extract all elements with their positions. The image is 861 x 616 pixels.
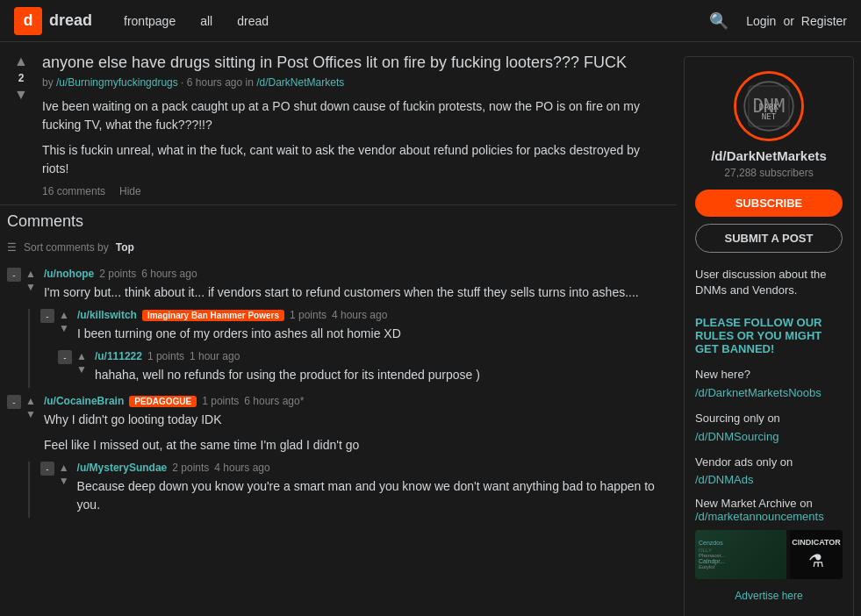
header: d dread frontpage all dread 🔍 Login or R… <box>0 0 861 42</box>
comment-upvote[interactable]: ▲ <box>58 309 70 321</box>
comment: - ▲ ▼ /u/CocaineBrain PEDAGOGUE 1 points… <box>7 395 670 518</box>
login-link[interactable]: Login <box>746 14 776 28</box>
comment-downvote[interactable]: ▼ <box>58 322 70 334</box>
comment-header: /u/killswitch Imaginary Ban Hammer Power… <box>77 309 401 321</box>
sort-bar: ☰ Sort comments by Top <box>7 241 670 254</box>
comment-text-1: Why I didn't go looting today IDK <box>44 411 359 429</box>
nav-dread[interactable]: dread <box>226 9 279 33</box>
svg-text:NET: NET <box>762 111 777 121</box>
sourcing-link[interactable]: /d/DNMSourcing <box>695 430 778 443</box>
comment-author[interactable]: /u/nohope <box>44 268 94 280</box>
collapse-button[interactable]: - <box>7 268 21 282</box>
comment-points: 1 points <box>290 309 326 321</box>
comments-section: Comments ☰ Sort comments by Top - ▲ ▼ <box>0 205 677 518</box>
post-subreddit-link[interactable]: /d/DarkNetMarkets <box>256 76 344 89</box>
post-actions: 16 comments Hide <box>42 185 670 197</box>
logo-area[interactable]: d dread <box>14 7 92 35</box>
scrollable-main[interactable]: ▲ 2 ▼ anyone else have drugs sitting in … <box>0 42 677 525</box>
comment-downvote[interactable]: ▼ <box>25 281 37 293</box>
comment-upvote[interactable]: ▲ <box>58 462 70 474</box>
post-body-text-1: Ive been waiting on a pack caught up at … <box>42 97 670 134</box>
auth-or: or <box>783 14 793 28</box>
comment-vote-col: ▲ ▼ <box>75 350 88 376</box>
submit-post-button[interactable]: SUBMIT A POST <box>695 224 843 253</box>
cindicator-brand: CINDICATOR <box>792 538 841 547</box>
rules-link[interactable]: PLEASE FOLLOW OUR RULES OR YOU MIGHT GET… <box>685 309 853 362</box>
logo-text: dread <box>49 11 92 30</box>
comment-time: 6 hours ago <box>141 268 197 280</box>
collapse-button[interactable]: - <box>40 309 54 323</box>
sourcing-label: Sourcing only on <box>695 412 780 425</box>
sidebar-archive: New Market Archive on /d/marketannouncem… <box>685 493 853 530</box>
comment-upvote[interactable]: ▲ <box>75 350 88 362</box>
comment-downvote[interactable]: ▼ <box>75 363 88 376</box>
community-subscribers: 27,288 subscribers <box>685 167 853 179</box>
comments-link[interactable]: 16 comments <box>42 185 105 197</box>
nav-links: frontpage all dread <box>113 9 279 33</box>
downvote-button[interactable]: ▼ <box>12 86 30 104</box>
comment-downvote[interactable]: ▼ <box>25 408 37 420</box>
collapse-button[interactable]: - <box>58 350 72 364</box>
cindicator-banner[interactable]: Cenzdos OLLY Phenacet... Calndpr... Euty… <box>695 530 843 579</box>
comment-points: 2 points <box>99 268 136 280</box>
sidebar-link-ads: Vendor ads only on /d/DNMAds <box>685 450 853 494</box>
advertise-link[interactable]: Advertise here <box>685 586 853 612</box>
comment-text: Because deep down you know you're a smar… <box>77 477 670 514</box>
comment-author[interactable]: /u/killswitch <box>77 309 137 321</box>
noobs-link[interactable]: /d/DarknetMarketsNoobs <box>695 386 822 399</box>
ads-link[interactable]: /d/DNMAds <box>695 473 753 486</box>
post-body-text-2: This is fuckin unreal, what in the fuck,… <box>42 141 670 178</box>
comment-text: I been turning one of my orders into ash… <box>77 325 401 343</box>
community-card: DNM DARK NET /d/DarkNetMarkets 27,288 su… <box>684 56 854 616</box>
comment-time: 4 hours ago <box>332 309 387 321</box>
sidebar-link-sourcing: Sourcing only on /d/DNMSourcing <box>685 406 853 450</box>
cindicator-logo: CINDICATOR ⚗ <box>790 530 843 579</box>
comment-author[interactable]: /u/111222 <box>95 350 142 362</box>
archive-link[interactable]: /d/marketannouncements <box>695 510 824 523</box>
post-author-link[interactable]: /u/Burningmyfuckingdrugs <box>56 76 178 89</box>
post-meta: by /u/Burningmyfuckingdrugs · 6 hours ag… <box>42 76 670 89</box>
collapse-button[interactable]: - <box>40 462 54 476</box>
comment-author[interactable]: /u/MysterySundae <box>77 462 168 474</box>
sort-value[interactable]: Top <box>116 241 134 254</box>
register-link[interactable]: Register <box>801 14 847 28</box>
comment-row: - ▲ ▼ /u/CocaineBrain PEDAGOGUE 1 points… <box>7 395 670 458</box>
comment-header: /u/nohope 2 points 6 hours ago <box>44 268 639 280</box>
post-container: ▲ 2 ▼ anyone else have drugs sitting in … <box>0 42 677 205</box>
comments-heading: Comments <box>7 212 670 231</box>
post-body: anyone else have drugs sitting in Post O… <box>42 53 670 197</box>
nav-all[interactable]: all <box>190 9 223 33</box>
comment-row: - ▲ ▼ /u/MysterySundae 2 points 4 hours … <box>40 462 670 518</box>
sort-label: Sort comments by <box>24 241 109 254</box>
hide-link[interactable]: Hide <box>119 185 141 197</box>
search-icon[interactable]: 🔍 <box>702 8 735 34</box>
community-name: /d/DarkNetMarkets <box>685 148 853 167</box>
nav-frontpage[interactable]: frontpage <box>113 9 186 33</box>
comment-row: - ▲ ▼ /u/killswitch Imaginary Ban Hammer… <box>40 309 670 347</box>
comment-vote-col: ▲ ▼ <box>58 309 70 334</box>
vendor-ads-label: Vendor ads only on <box>695 455 793 469</box>
comment-downvote[interactable]: ▼ <box>58 475 70 487</box>
cindicator-text: Cenzdos OLLY Phenacet... Calndpr... Euty… <box>695 530 786 579</box>
subscribe-button[interactable]: SUBSCRIBE <box>695 190 843 217</box>
comment-text: I'm sorry but... think about it... if ve… <box>44 283 639 302</box>
comment-vote-col: ▲ ▼ <box>25 268 37 293</box>
sidebar-link-noobs: New here? /d/DarknetMarketsNoobs <box>685 362 853 406</box>
comment-row: - ▲ ▼ /u/nohope 2 points 6 hours ago I'm <box>7 268 670 305</box>
collapse-button[interactable]: - <box>7 395 21 409</box>
comment-thread: - ▲ ▼ /u/killswitch Imaginary Ban Hammer… <box>28 309 670 388</box>
comment-author[interactable]: /u/CocaineBrain <box>44 395 124 407</box>
community-description: User discussion about the DNMs and Vendo… <box>685 260 853 309</box>
community-avatar: DNM DARK NET <box>734 71 804 141</box>
logo-icon: d <box>14 7 42 35</box>
comment-upvote[interactable]: ▲ <box>25 395 37 407</box>
svg-text:DARK: DARK <box>759 102 779 111</box>
upvote-button[interactable]: ▲ <box>12 53 30 70</box>
comment-time: 6 hours ago* <box>244 395 304 407</box>
vote-column: ▲ 2 ▼ <box>7 53 35 197</box>
sidebar: DNM DARK NET /d/DarkNetMarkets 27,288 su… <box>677 42 861 616</box>
post-title: anyone else have drugs sitting in Post O… <box>42 53 670 73</box>
comment-upvote[interactable]: ▲ <box>25 268 37 280</box>
main-content: ▲ 2 ▼ anyone else have drugs sitting in … <box>0 42 677 616</box>
comment-text-2: Feel like I missed out, at the same time… <box>44 436 359 455</box>
